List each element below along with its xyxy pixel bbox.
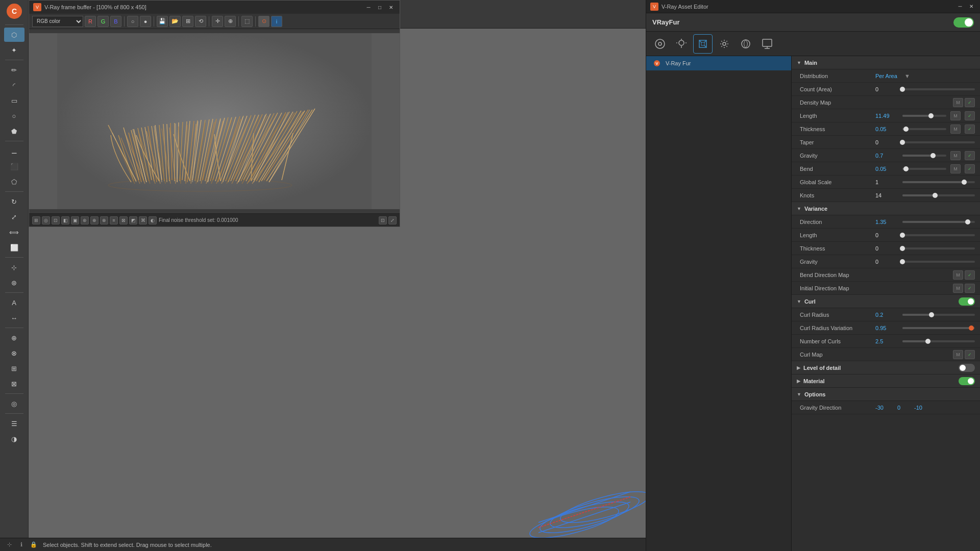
prop-gravity-dir-x[interactable]: -30 [875, 405, 893, 411]
vfb-expand-btn[interactable]: ⤢ [388, 216, 397, 224]
vfb-status-icon-7[interactable]: ⊕ [90, 216, 99, 224]
snap-tool-btn[interactable]: ⊹ [4, 260, 24, 274]
vfb-save-btn[interactable]: 💾 [157, 16, 168, 27]
prop-knots-value[interactable]: 14 [875, 192, 898, 198]
vfb-status-icon-4[interactable]: ◧ [61, 216, 69, 224]
vfb-r-btn[interactable]: R [85, 16, 96, 27]
circle-tool-btn[interactable]: ○ [4, 109, 24, 123]
prop-var-gravity-value[interactable]: 0 [875, 259, 898, 265]
prop-thickness-slider[interactable] [902, 128, 946, 130]
prop-curl-map-btn[interactable]: M [953, 350, 963, 359]
vfb-status-icon-3[interactable]: ⊡ [52, 216, 60, 224]
material-section-toggle[interactable] [959, 377, 975, 385]
vfb-info-btn[interactable]: i [271, 16, 282, 27]
vfb-status-icon-9[interactable]: ≡ [110, 216, 118, 224]
rotate-tool-btn[interactable]: ↻ [4, 194, 24, 209]
prop-num-curls-slider[interactable] [902, 340, 975, 342]
prop-density-map-btn[interactable]: M [953, 98, 963, 107]
prop-length-map-btn[interactable]: M [950, 111, 961, 120]
options-section-header[interactable]: ▼ Options [792, 388, 980, 401]
vfb-b-btn[interactable]: B [110, 16, 121, 27]
prop-curl-radius-value[interactable]: 0.2 [875, 312, 898, 318]
arc-tool-btn[interactable]: ◜ [4, 78, 24, 92]
ae-main-toggle[interactable] [953, 17, 974, 28]
prop-density-check-btn[interactable]: ✓ [965, 98, 975, 107]
ae-sidebar-vray-fur[interactable]: V V-Ray Fur [646, 56, 791, 70]
text-tool-btn[interactable]: A [4, 295, 24, 310]
select-tool-btn[interactable]: ⬡ [4, 28, 24, 42]
prop-gravity-value[interactable]: 0.7 [875, 153, 898, 159]
ae-nav-scene[interactable] [650, 34, 670, 54]
prop-gravity-slider[interactable] [902, 155, 946, 157]
vfb-status-icon-6[interactable]: ⊛ [81, 216, 89, 224]
vfb-status-icon-2[interactable]: ◎ [42, 216, 50, 224]
prop-global-scale-value[interactable]: 1 [875, 179, 898, 185]
vfb-title-bar[interactable]: V V-Ray frame buffer - [100% of 800 x 45… [29, 1, 400, 14]
vfb-close-btn[interactable]: ✕ [386, 3, 396, 12]
vfb-open-btn[interactable]: 📂 [169, 16, 181, 27]
prop-bend-value[interactable]: 0.05 [875, 166, 898, 172]
vfb-status-icon-12[interactable]: ⌘ [139, 216, 147, 224]
rect-tool-btn[interactable]: ▭ [4, 93, 24, 108]
vfb-region-btn[interactable]: ⬚ [241, 16, 253, 27]
prop-thickness-map-btn[interactable]: M [950, 124, 961, 134]
prop-taper-value[interactable]: 0 [875, 139, 898, 145]
ae-nav-geometry[interactable] [693, 34, 713, 54]
prop-bend-map-btn[interactable]: M [950, 164, 961, 173]
prop-taper-slider[interactable] [902, 141, 975, 143]
extrude-tool-btn[interactable]: ⬜ [4, 240, 24, 255]
prop-length-slider[interactable] [902, 115, 946, 117]
prop-length-value[interactable]: 11.49 [875, 113, 898, 119]
vfb-dot-btn[interactable]: ● [140, 16, 151, 27]
ae-minimize-btn[interactable]: ─ [955, 2, 965, 11]
prop-bend-dir-map-btn[interactable]: M [953, 270, 963, 280]
status-snap-btn[interactable]: ⊹ [4, 540, 14, 550]
prop-bend-check-btn[interactable]: ✓ [965, 164, 975, 173]
ae-nav-settings[interactable] [715, 34, 734, 54]
orbit-tool-btn[interactable]: ⊠ [4, 377, 24, 391]
lod-section-header[interactable]: ▶ Level of detail [792, 361, 980, 374]
prop-gravity-dir-z[interactable]: -10 [914, 405, 929, 411]
layers-btn[interactable]: ☰ [4, 416, 24, 431]
prop-var-thickness-value[interactable]: 0 [875, 245, 898, 252]
prop-curl-radius-slider[interactable] [902, 314, 975, 316]
ae-nav-material[interactable] [736, 34, 755, 54]
vfb-channel-select[interactable]: RGB color [32, 16, 83, 27]
vfb-status-icon-13[interactable]: ◐ [149, 216, 157, 224]
scale-tool-btn[interactable]: ⤢ [4, 210, 24, 224]
poly-tool-btn[interactable]: ⬟ [4, 124, 24, 138]
material-section-header[interactable]: ▶ Material [792, 374, 980, 388]
prop-var-direction-value[interactable]: 1.35 [875, 219, 898, 225]
pen-tool-btn[interactable]: ✏ [4, 63, 24, 77]
prop-thickness-value[interactable]: 0.05 [875, 126, 898, 132]
pan-tool-btn[interactable]: ⊞ [4, 361, 24, 375]
vfb-status-icon-5[interactable]: ▣ [71, 216, 79, 224]
vfb-g-btn[interactable]: G [97, 16, 109, 27]
prop-count-slider[interactable] [902, 88, 975, 90]
status-info-btn[interactable]: ℹ [16, 540, 27, 550]
prop-num-curls-value[interactable]: 2.5 [875, 338, 898, 344]
prop-count-value[interactable]: 0 [875, 86, 898, 92]
vfb-move-btn[interactable]: ✛ [212, 16, 223, 27]
prop-var-length-slider[interactable] [902, 234, 975, 236]
zoom-tool-btn[interactable]: ⊗ [4, 346, 24, 360]
vfb-status-icon-8[interactable]: ⊗ [100, 216, 108, 224]
ae-nav-light[interactable] [672, 34, 691, 54]
prop-distribution-value[interactable]: Per Area [875, 73, 898, 79]
prop-length-check-btn[interactable]: ✓ [965, 111, 975, 120]
vfb-history-btn[interactable]: ⟲ [195, 16, 206, 27]
camera-tool-btn[interactable]: ⊕ [4, 331, 24, 345]
prop-var-direction-slider[interactable] [902, 221, 975, 223]
vfb-canvas[interactable] [57, 33, 372, 209]
vfb-zoom-fit-btn[interactable]: ⊡ [379, 216, 387, 224]
prop-bend-dir-check-btn[interactable]: ✓ [965, 270, 975, 280]
vfb-circle-btn[interactable]: ○ [127, 16, 138, 27]
prop-bend-slider[interactable] [902, 168, 946, 170]
vfb-lens-btn[interactable]: ⊙ [258, 16, 270, 27]
curl-section-header[interactable]: ▼ Curl [792, 295, 980, 308]
status-lock-btn[interactable]: 🔒 [29, 540, 39, 550]
vfb-status-icon-10[interactable]: ⊠ [119, 216, 128, 224]
dimension-tool-btn[interactable]: ↔ [4, 311, 24, 325]
eye-tool-btn[interactable]: ◎ [4, 396, 24, 411]
materials-btn[interactable]: ◑ [4, 432, 24, 446]
